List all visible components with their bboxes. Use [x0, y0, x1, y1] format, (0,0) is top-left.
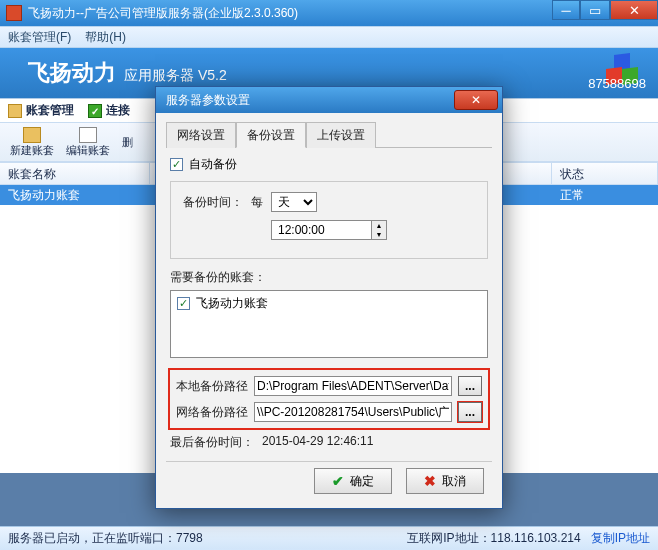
need-backup-label: 需要备份的账套： [170, 269, 488, 286]
local-path-input[interactable] [254, 376, 452, 396]
net-path-input[interactable] [254, 402, 452, 422]
maximize-button[interactable]: ▭ [580, 0, 610, 20]
net-path-browse-button[interactable]: ... [458, 402, 482, 422]
phone-suffix: 87588698 [588, 76, 646, 91]
last-backup-value: 2015-04-29 12:46:11 [262, 434, 373, 451]
cancel-button[interactable]: ✖ 取消 [406, 468, 484, 494]
per-label: 每 [251, 194, 263, 211]
dialog-body: 网络设置 备份设置 上传设置 ✓ 自动备份 备份时间： 每 天 [156, 113, 502, 508]
auto-backup-checkbox[interactable]: ✓ 自动备份 [170, 156, 492, 173]
cell-status: 正常 [552, 185, 658, 205]
ok-button[interactable]: ✔ 确定 [314, 468, 392, 494]
status-left: 服务器已启动，正在监听端口：7798 [8, 530, 203, 547]
settings-dialog: 服务器参数设置 ✕ 网络设置 备份设置 上传设置 ✓ 自动备份 备份时间： 每 … [155, 86, 503, 509]
cell-name: 飞扬动力账套 [0, 185, 150, 205]
tab-upload[interactable]: 上传设置 [306, 122, 376, 148]
net-path-row: 网络备份路径 ... [176, 402, 482, 422]
check-icon: ✓ [88, 104, 102, 118]
local-path-row: 本地备份路径 ... [176, 376, 482, 396]
checkbox-icon: ✓ [177, 297, 190, 310]
dialog-title: 服务器参数设置 [166, 92, 250, 109]
time-input[interactable] [271, 220, 371, 240]
statusbar: 服务器已启动，正在监听端口：7798 互联网IP地址：118.116.103.2… [0, 526, 658, 550]
toolbar-new[interactable]: 新建账套 [10, 127, 54, 158]
check-icon: ✔ [332, 473, 344, 489]
toolbar-del[interactable]: 删 [122, 135, 133, 150]
minimize-button[interactable]: ─ [552, 0, 580, 20]
last-backup-label: 最后备份时间： [170, 434, 254, 451]
dialog-button-row: ✔ 确定 ✖ 取消 [166, 461, 492, 500]
col-name-header[interactable]: 账套名称 [0, 163, 150, 184]
mgmt-accounts[interactable]: 账套管理 [8, 102, 74, 119]
dialog-titlebar: 服务器参数设置 ✕ [156, 87, 502, 113]
brand: 飞扬动力 应用服务器 V5.2 [28, 58, 227, 88]
window-title: 飞扬动力--广告公司管理版服务器(企业版2.3.0.360) [28, 5, 298, 22]
app-icon [6, 5, 22, 21]
menu-accounts[interactable]: 账套管理(F) [8, 29, 71, 46]
ok-button-label: 确定 [350, 473, 374, 490]
col-status-header[interactable]: 状态 [552, 163, 658, 184]
mgmt-accounts-label: 账套管理 [26, 102, 74, 119]
edit-icon [79, 127, 97, 143]
local-path-label: 本地备份路径 [176, 378, 248, 395]
status-ip-label: 互联网IP地址： [407, 531, 490, 545]
path-highlight-box: 本地备份路径 ... 网络备份路径 ... [168, 368, 490, 430]
folder-icon [8, 104, 22, 118]
copy-ip-link[interactable]: 复制IP地址 [591, 530, 650, 547]
menu-help[interactable]: 帮助(H) [85, 29, 126, 46]
new-icon [23, 127, 41, 143]
tab-network[interactable]: 网络设置 [166, 122, 236, 148]
tab-backup[interactable]: 备份设置 [236, 122, 306, 148]
account-listbox[interactable]: ✓ 飞扬动力账套 [170, 290, 488, 358]
cancel-button-label: 取消 [442, 473, 466, 490]
backup-time-label: 备份时间： [183, 194, 243, 211]
mgmt-connect-label: 连接 [106, 102, 130, 119]
brand-sub: 应用服务器 V5.2 [124, 67, 227, 85]
cross-icon: ✖ [424, 473, 436, 489]
mgmt-connect[interactable]: ✓ 连接 [88, 102, 130, 119]
spin-buttons[interactable]: ▲▼ [371, 220, 387, 240]
toolbar-new-label: 新建账套 [10, 143, 54, 158]
list-item-label: 飞扬动力账套 [196, 295, 268, 312]
tabs: 网络设置 备份设置 上传设置 [166, 121, 492, 148]
status-ip-value: 118.116.103.214 [491, 531, 581, 545]
unit-select[interactable]: 天 [271, 192, 317, 212]
list-item[interactable]: ✓ 飞扬动力账套 [177, 295, 481, 312]
toolbar-del-label: 删 [122, 135, 133, 150]
window-buttons: ─ ▭ ✕ [552, 0, 658, 26]
auto-backup-label: 自动备份 [189, 156, 237, 173]
toolbar-edit-label: 编辑账套 [66, 143, 110, 158]
checkbox-icon: ✓ [170, 158, 183, 171]
local-path-browse-button[interactable]: ... [458, 376, 482, 396]
last-backup-row: 最后备份时间： 2015-04-29 12:46:11 [170, 434, 488, 451]
net-path-label: 网络备份路径 [176, 404, 248, 421]
toolbar-edit[interactable]: 编辑账套 [66, 127, 110, 158]
main-titlebar: 飞扬动力--广告公司管理版服务器(企业版2.3.0.360) ─ ▭ ✕ [0, 0, 658, 26]
close-button[interactable]: ✕ [610, 0, 658, 20]
brand-main: 飞扬动力 [28, 58, 116, 88]
menubar: 账套管理(F) 帮助(H) [0, 26, 658, 48]
backup-time-group: 备份时间： 每 天 ▲▼ [170, 181, 488, 259]
dialog-close-button[interactable]: ✕ [454, 90, 498, 110]
time-spinner[interactable]: ▲▼ [271, 220, 387, 240]
